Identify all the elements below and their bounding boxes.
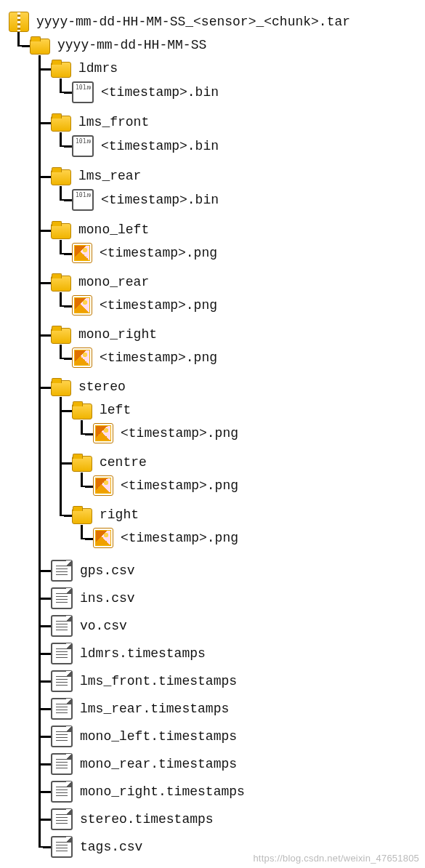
tree-row: stereo [51, 377, 416, 397]
node-children: left<timestamp>.pngcentre<timestamp>.png… [60, 397, 416, 554]
text-file-icon [51, 643, 73, 664]
tree-node: stereoleft<timestamp>.pngcentre<timestam… [51, 374, 416, 557]
tree-row: yyyy-mm-dd-HH-MM-SS_<sensor>_<chunk>.tar [9, 12, 416, 32]
tree-row: <timestamp>.png [72, 295, 416, 316]
tree-row: mono_rear.timestamps [51, 753, 416, 775]
tree-row: ldmrs.timestamps [51, 643, 416, 664]
node-label: mono_left.timestamps [80, 726, 237, 747]
tree-node: left<timestamp>.png [72, 397, 416, 449]
tree-row: mono_right [51, 324, 416, 345]
tree-row: <timestamp>.bin [72, 135, 416, 157]
node-children: <timestamp>.png [81, 525, 416, 551]
tree-node: mono_left.timestamps [51, 723, 416, 750]
text-file-icon [51, 560, 73, 582]
tree-row: mono_left [51, 220, 416, 240]
node-children: <timestamp>.bin [60, 132, 416, 160]
tree-row: ldmrs [51, 58, 416, 79]
tree-node: mono_right<timestamp>.png [51, 321, 416, 374]
node-children: <timestamp>.png [60, 345, 416, 371]
tree-node: mono_left<timestamp>.png [51, 217, 416, 269]
tree-node: <timestamp>.bin [72, 132, 416, 160]
node-label: right [100, 505, 139, 525]
node-children: ldmrs<timestamp>.binlms_front<timestamp>… [39, 55, 416, 861]
tree-node: ins.csv [51, 584, 416, 612]
tree-node: <timestamp>.png [72, 345, 416, 371]
folder-icon [51, 276, 71, 292]
folder-icon [72, 456, 92, 472]
tree-row: mono_left.timestamps [51, 726, 416, 747]
node-label: ins.csv [80, 588, 135, 608]
tree-node: yyyy-mm-dd-HH-MM-SS_<sensor>_<chunk>.tar… [9, 9, 416, 867]
text-file-icon [51, 670, 73, 692]
tree-node: <timestamp>.bin [72, 186, 416, 214]
image-file-icon [72, 347, 92, 368]
tree-row: lms_rear.timestamps [51, 698, 416, 720]
folder-icon [51, 328, 71, 344]
tree-row: lms_rear [51, 166, 416, 186]
folder-icon [72, 403, 92, 419]
tree-node: stereo.timestamps [51, 805, 416, 833]
folder-icon [51, 62, 71, 78]
text-file-icon [51, 808, 73, 830]
text-file-icon [51, 698, 73, 720]
binary-file-icon [72, 81, 94, 103]
node-children: <timestamp>.bin [60, 79, 416, 106]
node-label: <timestamp>.png [121, 475, 238, 496]
tree-node: mono_right.timestamps [51, 778, 416, 805]
tree-node: lms_front.timestamps [51, 667, 416, 695]
tree-row: <timestamp>.png [93, 423, 416, 443]
node-label: <timestamp>.bin [101, 190, 219, 210]
node-label: left [100, 400, 131, 420]
node-label: yyyy-mm-dd-HH-MM-SS_<sensor>_<chunk>.tar [36, 12, 350, 32]
tree-node: <timestamp>.png [93, 525, 416, 551]
node-label: <timestamp>.png [121, 423, 238, 443]
node-label: stereo [78, 377, 126, 397]
node-label: mono_right.timestamps [80, 781, 245, 802]
tree-row: ins.csv [51, 587, 416, 609]
text-file-icon [51, 587, 73, 609]
tree-node: lms_rear<timestamp>.bin [51, 163, 416, 217]
tree-node: <timestamp>.png [72, 292, 416, 318]
tree-node: gps.csv [51, 557, 416, 584]
tree-node: <timestamp>.png [93, 420, 416, 446]
tree-node: vo.csv [51, 612, 416, 640]
text-file-icon [51, 836, 73, 858]
tree-row: yyyy-mm-dd-HH-MM-SS [30, 35, 416, 55]
tree-row: <timestamp>.png [72, 243, 416, 263]
tree-row: centre [72, 452, 416, 473]
node-children: <timestamp>.png [60, 240, 416, 266]
node-label: <timestamp>.png [100, 347, 217, 368]
tree-row: <timestamp>.bin [72, 189, 416, 211]
tree-row: left [72, 400, 416, 420]
binary-file-icon [72, 135, 94, 157]
node-label: lms_front [78, 112, 149, 132]
node-children: <timestamp>.png [81, 473, 416, 499]
node-children: <timestamp>.png [81, 420, 416, 446]
node-label: mono_rear [78, 272, 149, 292]
text-file-icon [51, 781, 73, 803]
tree-node: right<timestamp>.png [72, 502, 416, 554]
tree-row: lms_front.timestamps [51, 670, 416, 692]
node-label: gps.csv [80, 560, 135, 581]
image-file-icon [72, 295, 92, 316]
folder-icon [30, 39, 50, 55]
tree-node: lms_front<timestamp>.bin [51, 109, 416, 163]
folder-icon [51, 223, 71, 239]
folder-icon [72, 508, 92, 524]
node-label: stereo.timestamps [80, 809, 214, 829]
tree-node: <timestamp>.png [93, 473, 416, 499]
tree-row: stereo.timestamps [51, 808, 416, 830]
tree-node: yyyy-mm-dd-HH-MM-SSldmrs<timestamp>.binl… [30, 32, 416, 864]
folder-icon [51, 380, 71, 396]
folder-icon [51, 169, 71, 185]
node-children: yyyy-mm-dd-HH-MM-SSldmrs<timestamp>.binl… [17, 32, 416, 864]
text-file-icon [51, 726, 73, 747]
node-label: mono_rear.timestamps [80, 754, 237, 774]
tree-node: mono_rear<timestamp>.png [51, 269, 416, 321]
tree-node: centre<timestamp>.png [72, 449, 416, 502]
node-label: ldmrs.timestamps [80, 643, 206, 664]
node-label: vo.csv [80, 616, 127, 636]
node-label: ldmrs [78, 58, 118, 79]
node-label: mono_left [78, 220, 149, 240]
node-children: <timestamp>.png [60, 292, 416, 318]
